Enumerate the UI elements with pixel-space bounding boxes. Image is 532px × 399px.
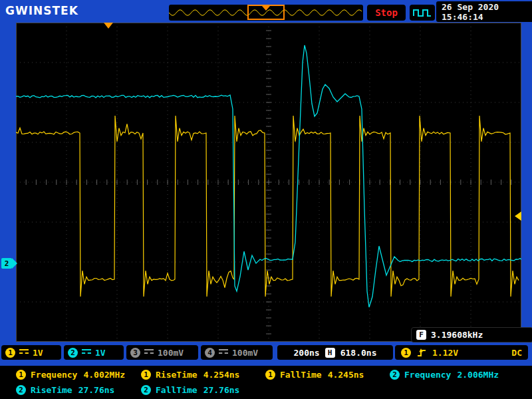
channel2-badge: 2 bbox=[68, 348, 78, 358]
ch2-position-badge: 2 bbox=[1, 258, 12, 269]
datetime-display: 26 Sep 2020 15:46:14 bbox=[436, 1, 532, 22]
trigger-mode-indicator bbox=[410, 5, 435, 21]
timebase-status: 200ns H 618.0ns bbox=[277, 345, 393, 360]
channel4-badge: 4 bbox=[205, 348, 215, 358]
trigger-slope-icon bbox=[416, 348, 427, 358]
acquisition-preview bbox=[169, 5, 363, 21]
waveform-display bbox=[16, 23, 521, 342]
stop-label: Stop bbox=[375, 7, 398, 18]
measurement-name: Frequency bbox=[404, 370, 451, 380]
trigger-level-value: 1.12V bbox=[432, 348, 458, 358]
measurement-name: FallTime bbox=[280, 370, 322, 380]
horizontal-position-icon: H bbox=[325, 348, 335, 358]
acquisition-preview-svg bbox=[169, 5, 363, 21]
graticule-area bbox=[16, 23, 521, 342]
measurement-ch1-frequency: 1 Frequency 4.002MHz bbox=[16, 368, 125, 380]
oscilloscope-screen: GWINSTEK Stop 26 Sep 2020 15:46:14 2 bbox=[0, 0, 532, 399]
channel4-status: 4 100mV bbox=[201, 345, 273, 360]
measurement-ch2-falltime: 2 FallTime 27.76ns bbox=[141, 384, 239, 396]
timebase-value: 200ns bbox=[294, 348, 320, 358]
trigger-level-marker bbox=[515, 211, 521, 221]
time-label: 15:46:14 bbox=[442, 12, 532, 22]
measurement-channel-badge: 2 bbox=[390, 370, 400, 380]
measurement-name: RiseTime bbox=[156, 370, 198, 380]
square-wave-icon bbox=[412, 7, 432, 19]
measurement-value: 4.254ns bbox=[203, 370, 240, 380]
channel3-scale: 100mV bbox=[158, 348, 184, 358]
frequency-counter-value: 3.19608kHz bbox=[431, 330, 483, 340]
measurement-name: Frequency bbox=[31, 370, 77, 380]
measurement-value: 4.002MHz bbox=[83, 370, 125, 380]
measurements-area: 1 Frequency 4.002MHz 1 RiseTime 4.254ns … bbox=[0, 366, 532, 399]
frequency-counter-icon: F bbox=[416, 330, 426, 340]
channel2-status: 2 1V bbox=[64, 345, 124, 360]
measurement-value: 2.006MHz bbox=[457, 370, 499, 380]
acquisition-state-badge: Stop bbox=[367, 5, 406, 21]
channel3-badge: 3 bbox=[130, 348, 140, 358]
measurement-value: 4.245ns bbox=[328, 370, 364, 380]
measurement-value: 27.76ns bbox=[78, 385, 115, 395]
measurement-ch1-risetime: 1 RiseTime 4.254ns bbox=[141, 368, 239, 380]
channel1-status: 1 1V bbox=[1, 345, 61, 360]
ch2-position-marker: 2 bbox=[1, 258, 17, 269]
channel4-scale: 100mV bbox=[232, 348, 258, 358]
brand-logo: GWINSTEK bbox=[5, 4, 78, 17]
channel2-coupling-icon bbox=[82, 349, 91, 356]
measurement-name: RiseTime bbox=[31, 385, 72, 395]
channel1-badge: 1 bbox=[5, 348, 15, 358]
trigger-coupling: DC bbox=[511, 348, 522, 358]
preview-waveform bbox=[169, 10, 362, 15]
frequency-counter: F 3.19608kHz bbox=[411, 327, 532, 342]
trigger-position-marker bbox=[104, 23, 113, 29]
measurement-channel-badge: 2 bbox=[16, 385, 26, 395]
trigger-status: 1 1.12V DC bbox=[395, 345, 528, 360]
measurement-channel-badge: 2 bbox=[141, 385, 151, 395]
trigger-source-badge: 1 bbox=[401, 348, 411, 358]
channel1-scale: 1V bbox=[33, 348, 43, 358]
status-bar: 1 1V 2 1V 3 100mV 4 100mV 200ns H 618.0n… bbox=[0, 345, 532, 360]
graticule-grid bbox=[16, 23, 521, 342]
measurement-channel-badge: 1 bbox=[16, 370, 26, 380]
measurement-value: 27.76ns bbox=[203, 385, 240, 395]
measurement-ch2-risetime: 2 RiseTime 27.76ns bbox=[16, 384, 114, 396]
date-label: 26 Sep 2020 bbox=[442, 2, 532, 12]
channel2-scale: 1V bbox=[95, 348, 106, 358]
measurement-name: FallTime bbox=[156, 385, 198, 395]
channel3-status: 3 100mV bbox=[126, 345, 198, 360]
horizontal-offset-value: 618.0ns bbox=[340, 348, 377, 358]
ch2-trace bbox=[16, 45, 521, 307]
channel3-coupling-icon bbox=[144, 349, 154, 356]
measurement-channel-badge: 1 bbox=[265, 370, 275, 380]
ch2-position-arrow-icon bbox=[12, 258, 17, 269]
channel1-coupling-icon bbox=[19, 349, 29, 356]
measurement-ch1-falltime: 1 FallTime 4.245ns bbox=[265, 368, 364, 380]
measurement-channel-badge: 1 bbox=[141, 370, 151, 380]
measurement-ch2-frequency: 2 Frequency 2.006MHz bbox=[390, 368, 499, 380]
channel4-coupling-icon bbox=[219, 349, 228, 356]
